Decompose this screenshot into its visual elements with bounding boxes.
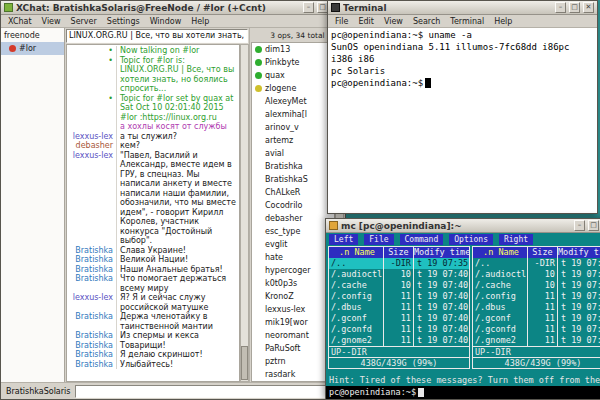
menu-item-edit[interactable]: Edit [353, 17, 379, 26]
user-list-item[interactable]: neoromant [252, 329, 334, 342]
user-list-item[interactable]: BratishkaS [252, 173, 334, 186]
file-time: t 19 07:40 [413, 280, 469, 291]
terminal-maximize-button[interactable]: □ [569, 2, 580, 13]
menu-item-view[interactable]: View [37, 17, 66, 26]
file-row[interactable]: /.audioctl10t 19 07:40 [473, 269, 600, 280]
menu-item-xchat[interactable]: XChat [3, 17, 37, 26]
file-row[interactable]: /..-DIRt 19 07:35 [473, 258, 600, 269]
column-size[interactable]: Size [527, 247, 557, 258]
file-row[interactable]: /..-DIRt 19 07:35 [329, 258, 469, 269]
menu-item-view[interactable]: View [379, 17, 408, 26]
menu-item-help[interactable]: Help [489, 17, 517, 26]
user-list-item[interactable]: dim13 [252, 43, 334, 56]
file-row[interactable]: /.gconfd11t 19 07:40 [329, 324, 469, 335]
menu-item-right[interactable]: Right [499, 234, 533, 245]
file-row[interactable]: /.gnome211t 19 07:40 [473, 335, 600, 346]
user-list-item[interactable]: ChALkeR [252, 186, 334, 199]
menu-item-server[interactable]: Server [66, 17, 102, 26]
file-time: t 19 07:40 [557, 324, 600, 335]
user-list-item[interactable]: rasdark [252, 368, 334, 381]
column-name[interactable]: .n Name [473, 247, 527, 258]
file-row[interactable]: /.config11t 19 07:40 [329, 291, 469, 302]
user-list-item[interactable]: esc_type [252, 225, 334, 238]
user-list-item[interactable]: avial [252, 147, 334, 160]
menu-item-file[interactable]: File [330, 17, 353, 26]
user-list-item[interactable]: alexmiha[l [252, 108, 334, 121]
channel-tree: freenode #lor [1, 28, 65, 382]
terminal-prompt: pc@openindiana:~$ [331, 78, 423, 88]
chat-scrollbar-thumb[interactable] [241, 346, 248, 380]
chat-input[interactable] [75, 385, 343, 398]
user-list-item[interactable]: lexxus-lex [252, 303, 334, 316]
menu-item-command[interactable]: Command [400, 234, 444, 245]
menu-item-search[interactable]: Search [408, 17, 445, 26]
xchat-titlebar[interactable]: XChat: BratishkaSolaris@FreeNode / #lor … [1, 1, 345, 15]
menu-item-options[interactable]: Options [449, 234, 493, 245]
user-list-item[interactable]: KronoZ [252, 290, 334, 303]
file-row[interactable]: /.gconfd11t 19 07:40 [473, 324, 600, 335]
chat-scrollbar[interactable] [240, 44, 249, 382]
user-list-item[interactable]: Bratishka [252, 160, 334, 173]
user-badge-icon [255, 345, 262, 352]
terminal-cursor [425, 78, 431, 88]
user-list-item[interactable]: hate [252, 251, 334, 264]
column-time[interactable]: Modify time [557, 247, 600, 258]
tree-item-channel[interactable]: #lor [1, 42, 64, 55]
user-list-item[interactable]: hypercoger [252, 264, 334, 277]
file-name: /.cache [473, 280, 527, 291]
menu-item-window[interactable]: Window [145, 17, 187, 26]
mc-maximize-button[interactable]: □ [588, 220, 599, 231]
menu-item-help[interactable]: Help [186, 17, 214, 26]
user-list-item[interactable]: AlexeyMet [252, 95, 334, 108]
file-row[interactable]: /.dbus11t 19 07:40 [473, 302, 600, 313]
message-nick: Bratishka [67, 255, 117, 265]
chat-line: lexxus-lex"Павел, Василий и Александр, в… [67, 151, 239, 246]
file-row[interactable]: /.audioctl10t 19 07:40 [329, 269, 469, 280]
menu-item-settings[interactable]: Settings [102, 17, 145, 26]
message-text: Я делаю скриншот! [117, 350, 239, 360]
user-list-item[interactable]: mik19[wor [252, 316, 334, 329]
mc-left-panel: .n NameSizeModify time/..-DIRt 19 07:35/… [328, 246, 470, 369]
terminal-minimize-button[interactable]: – [555, 2, 566, 13]
file-row[interactable]: /.gconf11t 19 07:40 [329, 313, 469, 324]
user-list-item[interactable]: artemz [252, 134, 334, 147]
user-list-item[interactable]: Pinkbyte [252, 56, 334, 69]
topic-input[interactable]: LINUX.ORG.RU | Все, что вы хотели знать,… [66, 29, 248, 43]
user-list-item[interactable]: evglit [252, 238, 334, 251]
file-name: /.dbus [473, 302, 527, 313]
user-list-item[interactable]: k0t0p3s [252, 277, 334, 290]
user-list-item[interactable]: zlogene [252, 82, 334, 95]
user-list-item[interactable]: pztrn [252, 355, 334, 368]
file-row[interactable]: /.cache10t 19 07:40 [329, 280, 469, 291]
column-name[interactable]: .n Name [329, 247, 383, 258]
column-size[interactable]: Size [383, 247, 413, 258]
chat-line: BratishkaУлыбайтесь! [67, 360, 239, 370]
mc-minimize-button[interactable]: – [574, 220, 585, 231]
file-row[interactable]: /.gconf11t 19 07:40 [473, 313, 600, 324]
menu-item-file[interactable]: File [364, 234, 393, 245]
file-row[interactable]: /.gnome211t 19 07:40 [329, 335, 469, 346]
mc-command-line[interactable]: pc@openindiana:~$ [326, 386, 600, 399]
tree-item-network[interactable]: freenode [1, 29, 64, 42]
terminal-screen[interactable]: pc@openindiana:~$ uname -a SunOS openind… [328, 28, 597, 213]
column-time[interactable]: Modify time [413, 247, 469, 258]
mc-titlebar[interactable]: mc [pc@openindiana]:~ – □ ✕ [326, 219, 600, 233]
xchat-minimize-button[interactable]: – [303, 2, 314, 13]
terminal-close-button[interactable]: ✕ [583, 2, 594, 13]
file-row[interactable]: /.cache10t 19 07:40 [473, 280, 600, 291]
menu-item-terminal[interactable]: Terminal [445, 17, 489, 26]
menu-item-left[interactable]: Left [329, 234, 358, 245]
chat-line: •Topic for #lor is: LINUX.ORG.RU | Все, … [67, 56, 239, 94]
terminal-titlebar[interactable]: Terminal – □ ✕ [328, 1, 597, 15]
file-name: /.audioctl [329, 269, 383, 280]
file-row[interactable]: /.dbus11t 19 07:40 [329, 302, 469, 313]
user-nick: evglit [265, 240, 287, 249]
file-row[interactable]: /.config11t 19 07:40 [473, 291, 600, 302]
nick-button[interactable]: BratishkaSolaris [3, 387, 73, 396]
user-list-item[interactable]: Cocodrilo [252, 199, 334, 212]
user-list-item[interactable]: arinov_v [252, 121, 334, 134]
file-name: /.gconf [473, 313, 527, 324]
user-list-item[interactable]: debasher [252, 212, 334, 225]
user-list-item[interactable]: PaRuSoft [252, 342, 334, 355]
user-list-item[interactable]: quax [252, 69, 334, 82]
